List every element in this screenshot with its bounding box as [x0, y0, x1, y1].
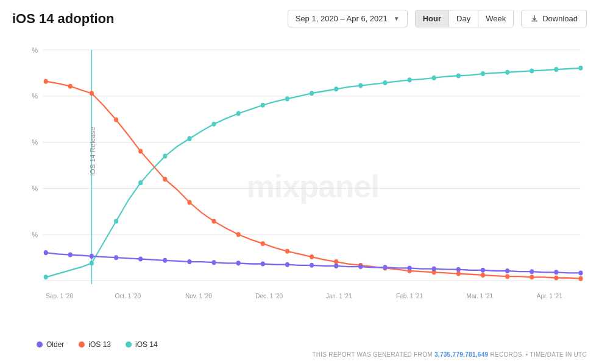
download-label: Download — [542, 14, 578, 23]
older-dot — [554, 270, 558, 275]
older-dot — [334, 264, 338, 268]
date-range-label: Sep 1, 2020 – Apr 6, 2021 — [296, 14, 388, 23]
older-legend-label: Older — [46, 340, 64, 349]
ios13-legend-dot — [79, 341, 85, 348]
header-controls: Sep 1, 2020 – Apr 6, 2021 ▼ Hour Day Wee… — [288, 10, 587, 27]
ios14-dot — [138, 180, 143, 185]
date-range-picker[interactable]: Sep 1, 2020 – Apr 6, 2021 ▼ — [288, 10, 408, 27]
ios13-dot — [456, 271, 461, 276]
older-dot — [212, 260, 216, 265]
ios13-dot — [187, 200, 191, 205]
ios14-dot — [310, 91, 314, 96]
ios14-dot — [456, 73, 461, 78]
download-icon — [530, 15, 539, 23]
legend-older: Older — [37, 340, 64, 349]
ios13-dot — [44, 79, 48, 84]
ios14-legend-dot — [126, 341, 132, 348]
ios13-dot — [530, 275, 534, 279]
ios13-line — [46, 82, 581, 279]
older-dot — [432, 267, 436, 271]
time-toggle-group: Hour Day Week — [415, 10, 514, 27]
older-dot — [505, 268, 509, 273]
download-button[interactable]: Download — [521, 10, 587, 27]
svg-text:Nov. 1 '20: Nov. 1 '20 — [185, 292, 212, 299]
svg-text:%: % — [32, 230, 38, 239]
ios14-dot — [212, 122, 216, 127]
ios13-dot — [163, 177, 167, 181]
older-dot — [578, 270, 583, 275]
older-dot — [236, 261, 241, 265]
older-dot — [383, 265, 387, 270]
svg-text:Oct. 1 '20: Oct. 1 '20 — [115, 292, 141, 299]
day-button[interactable]: Day — [449, 10, 478, 27]
older-dot — [163, 258, 167, 263]
ios13-dot — [334, 259, 338, 264]
older-dot — [90, 254, 94, 259]
older-dot — [408, 265, 412, 270]
ios13-dot — [114, 117, 118, 122]
chart-legend: Older iOS 13 iOS 14 — [12, 340, 587, 349]
older-dot — [358, 264, 363, 269]
ios14-dot — [383, 80, 387, 85]
ios14-dot — [481, 71, 485, 76]
ios14-dot — [505, 70, 509, 75]
older-dot — [44, 250, 48, 255]
legend-ios13: iOS 13 — [79, 340, 111, 349]
older-dot — [285, 262, 289, 267]
week-button[interactable]: Week — [478, 10, 513, 27]
page-title: iOS 14 adoption — [12, 11, 114, 27]
footer-suffix: RECORDS. • TIME/DATE IN UTC — [488, 351, 587, 358]
ios13-dot — [212, 219, 216, 223]
ios14-dot — [90, 261, 94, 265]
legend-ios14: iOS 14 — [126, 340, 158, 349]
svg-text:Dec. 1 '20: Dec. 1 '20 — [255, 292, 283, 299]
older-dot — [187, 259, 191, 264]
chevron-down-icon: ▼ — [394, 15, 400, 22]
older-dot — [261, 262, 265, 267]
ios13-dot — [285, 249, 289, 254]
ios14-dot — [408, 77, 412, 82]
ios13-dot — [481, 273, 485, 278]
svg-text:Sep. 1 '20: Sep. 1 '20 — [46, 292, 73, 299]
older-dot — [68, 253, 73, 257]
svg-text:%: % — [32, 138, 38, 147]
older-dot — [481, 268, 485, 273]
svg-text:iOS 14 Release: iOS 14 Release — [90, 127, 96, 175]
svg-text:Feb. 1 '21: Feb. 1 '21 — [396, 292, 423, 299]
ios13-dot — [505, 274, 509, 279]
older-dot — [456, 267, 461, 272]
older-dot — [138, 256, 143, 261]
ios13-dot — [554, 275, 558, 280]
ios13-dot — [236, 232, 241, 237]
footer-highlight: 3,735,779,781,649 — [434, 351, 489, 358]
ios14-dot — [578, 66, 583, 71]
ios13-dot — [138, 149, 143, 154]
older-legend-dot — [37, 341, 43, 348]
ios13-dot — [261, 241, 265, 246]
footer-note: THIS REPORT WAS GENERATED FROM 3,735,779… — [12, 351, 587, 358]
svg-text:%: % — [32, 46, 38, 55]
ios14-dot — [44, 275, 48, 279]
ios14-dot — [114, 219, 118, 223]
chart-area: mixpanel % % % % % iOS 14 Release Sep. 1… — [12, 36, 587, 337]
ios13-dot — [90, 91, 94, 96]
svg-text:Mar. 1 '21: Mar. 1 '21 — [466, 292, 493, 299]
ios14-dot — [163, 154, 167, 159]
ios14-dot — [432, 75, 436, 80]
ios14-dot — [358, 83, 363, 88]
ios14-legend-label: iOS 14 — [135, 340, 158, 349]
ios14-line — [46, 68, 581, 278]
ios14-dot — [554, 67, 558, 72]
footer-prefix: THIS REPORT WAS GENERATED FROM — [312, 351, 434, 358]
ios14-dot — [261, 103, 265, 108]
ios13-dot — [310, 254, 314, 259]
svg-text:%: % — [32, 184, 38, 193]
ios14-dot — [187, 136, 191, 141]
older-dot — [310, 263, 314, 268]
hour-button[interactable]: Hour — [416, 10, 449, 27]
ios14-dot — [530, 68, 534, 73]
chart-svg: % % % % % iOS 14 Release Sep. 1 '20 Oct.… — [12, 36, 587, 337]
header: iOS 14 adoption Sep 1, 2020 – Apr 6, 202… — [12, 10, 587, 27]
older-dot — [114, 255, 118, 260]
svg-text:Jan. 1 '21: Jan. 1 '21 — [326, 292, 352, 299]
